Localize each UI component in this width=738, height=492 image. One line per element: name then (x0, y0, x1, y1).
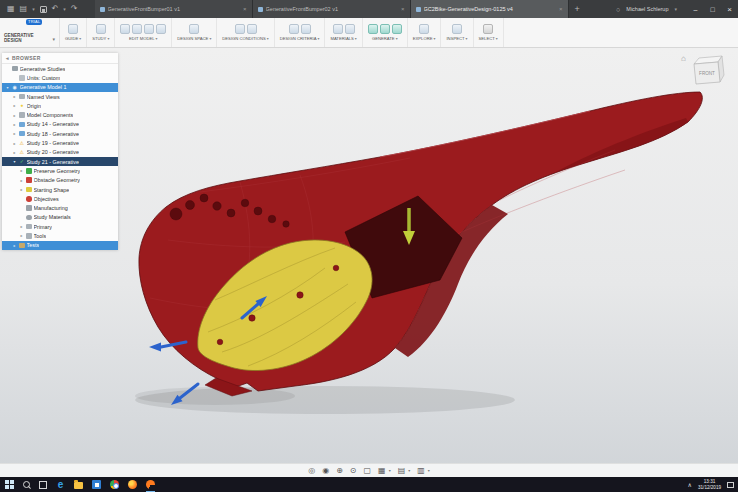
chevron-down-icon[interactable]: ▾ (389, 468, 391, 473)
expand-arrow-icon[interactable]: ▸ (19, 178, 24, 183)
zoom-icon[interactable]: ⊙ (350, 467, 357, 475)
tool-icon[interactable] (68, 24, 78, 34)
chevron-down-icon[interactable]: ▾ (63, 6, 66, 12)
tool-icon[interactable] (132, 24, 142, 34)
view-cube[interactable]: ⌂ FRONT (681, 53, 733, 89)
expand-arrow-icon[interactable]: ▾ (12, 159, 17, 164)
tool-icon[interactable] (368, 24, 378, 34)
save-icon[interactable] (40, 6, 47, 13)
tool-icon[interactable] (120, 24, 130, 34)
tool-icon[interactable] (247, 24, 257, 34)
browser-item[interactable]: ▸Preserve Geometry (2, 166, 118, 175)
toolbar-group-label[interactable]: STUDY▾ (92, 36, 109, 41)
browser-item[interactable]: ▸Study 14 - Generative (2, 120, 118, 129)
browser-item[interactable]: ▸Named Views (2, 92, 118, 101)
tool-icon[interactable] (419, 24, 429, 34)
browser-item[interactable]: ▾◉Generative Model 1 (2, 83, 118, 92)
browser-item[interactable]: ▸⚠Study 19 - Generative (2, 138, 118, 147)
home-view-icon[interactable]: ⌂ (681, 55, 686, 63)
action-center-icon[interactable] (727, 482, 734, 488)
taskbar-clock[interactable]: 13:31 31/12/2019 (698, 479, 721, 490)
chrome-icon[interactable] (110, 480, 119, 489)
browser-item[interactable]: ▸Tests (2, 241, 118, 250)
toolbar-group-label[interactable]: GUIDE▾ (65, 36, 81, 41)
new-tab-button[interactable]: + (569, 0, 586, 18)
browser-item[interactable]: ▸Primary (2, 222, 118, 231)
chevron-down-icon[interactable]: ▾ (408, 468, 410, 473)
data-panel-icon[interactable]: ▦ (7, 5, 15, 13)
grid-and-snaps-icon[interactable]: ▤ (398, 467, 406, 475)
toolbar-group-label[interactable]: DESIGN CRITERIA▾ (280, 36, 320, 41)
tool-icon[interactable] (301, 24, 311, 34)
tray-expand-icon[interactable]: ∧ (688, 481, 692, 488)
firefox-icon[interactable] (128, 480, 137, 489)
document-tab[interactable]: GenerativeFrontBumper02 v1× (253, 0, 411, 18)
file-menu-icon[interactable]: ▤ (20, 5, 28, 13)
toolbar-group-label[interactable]: SELECT▾ (479, 36, 498, 41)
tool-icon[interactable] (289, 24, 299, 34)
close-tab-icon[interactable]: × (401, 6, 405, 12)
tool-icon[interactable] (96, 24, 106, 34)
start-icon[interactable] (5, 480, 14, 489)
tool-icon[interactable] (380, 24, 390, 34)
minimize-button[interactable]: – (687, 0, 704, 18)
collapse-panel-icon[interactable]: ◂ (6, 55, 9, 61)
toolbar-group-label[interactable]: DESIGN SPACE▾ (177, 36, 211, 41)
toolbar-group-label[interactable]: GENERATE▾ (372, 36, 398, 41)
browser-item[interactable]: ▸Starting Shape (2, 185, 118, 194)
browser-item[interactable]: Units: Custom (2, 73, 118, 82)
task-view-icon[interactable] (39, 481, 47, 489)
tool-icon[interactable] (333, 24, 343, 34)
tool-icon[interactable] (345, 24, 355, 34)
pan-icon[interactable]: ⊕ (336, 467, 343, 475)
expand-arrow-icon[interactable]: ▸ (12, 122, 17, 127)
chevron-down-icon[interactable]: ▾ (32, 6, 35, 12)
search-icon[interactable] (23, 481, 30, 488)
browser-item[interactable]: Manufacturing (2, 203, 118, 212)
expand-arrow-icon[interactable]: ▸ (12, 243, 17, 248)
close-tab-icon[interactable]: × (559, 6, 563, 12)
notifications-icon[interactable]: ○ (616, 6, 620, 13)
expand-arrow-icon[interactable]: ▸ (12, 141, 17, 146)
expand-arrow-icon[interactable]: ▸ (12, 103, 17, 108)
browser-item[interactable]: ▸Obstacle Geometry (2, 176, 118, 185)
toolbar-group-label[interactable]: MATERIALS▾ (330, 36, 356, 41)
tool-icon[interactable] (144, 24, 154, 34)
document-tab[interactable]: GC2Bike-GenerativeDesign-0125 v4× (411, 0, 569, 18)
expand-arrow-icon[interactable]: ▸ (19, 224, 24, 229)
expand-arrow-icon[interactable]: ▸ (12, 94, 17, 99)
undo-icon[interactable]: ↶ (52, 5, 59, 13)
file-explorer-icon[interactable] (74, 482, 83, 489)
chevron-down-icon[interactable]: ▾ (428, 468, 430, 473)
orbit-icon[interactable]: ◎ (308, 467, 315, 475)
tool-icon[interactable] (392, 24, 402, 34)
expand-arrow-icon[interactable]: ▸ (12, 131, 17, 136)
tool-icon[interactable] (156, 24, 166, 34)
browser-item[interactable]: Study Materials (2, 213, 118, 222)
expand-arrow-icon[interactable]: ▸ (19, 233, 24, 238)
browser-item[interactable]: ▸●Origin (2, 101, 118, 110)
display-settings-icon[interactable]: ▦ (378, 467, 386, 475)
toolbar-group-label[interactable]: EDIT MODEL▾ (129, 36, 157, 41)
tool-icon[interactable] (189, 24, 199, 34)
maximize-button[interactable]: □ (704, 0, 721, 18)
expand-arrow-icon[interactable]: ▸ (12, 150, 17, 155)
browser-item[interactable]: ▸⚠Study 20 - Generative (2, 148, 118, 157)
browser-item[interactable]: Generative Studies (2, 64, 118, 73)
fusion-360-icon[interactable] (146, 480, 155, 489)
view-cube-graphic[interactable]: FRONT (688, 53, 726, 87)
workspace-switcher[interactable]: TRIAL GENERATIVE DESIGN ▾ (0, 18, 60, 47)
viewports-icon[interactable]: ▥ (417, 467, 425, 475)
user-menu[interactable]: Michael Schlerup (626, 6, 668, 12)
expand-arrow-icon[interactable]: ▸ (12, 113, 17, 118)
browser-item[interactable]: ▸Tools (2, 231, 118, 240)
redo-icon[interactable]: ↷ (71, 5, 78, 13)
toolbar-group-label[interactable]: INSPECT▾ (446, 36, 467, 41)
expand-arrow-icon[interactable]: ▸ (19, 168, 24, 173)
fit-icon[interactable]: ▢ (364, 467, 372, 475)
tool-icon[interactable] (483, 24, 493, 34)
browser-item[interactable]: Objectives (2, 194, 118, 203)
browser-item[interactable]: ▸Model Components (2, 110, 118, 119)
viewport[interactable]: ⌂ FRONT ◂ BROWSER Generative StudiesUnit… (0, 48, 738, 477)
tool-icon[interactable] (235, 24, 245, 34)
